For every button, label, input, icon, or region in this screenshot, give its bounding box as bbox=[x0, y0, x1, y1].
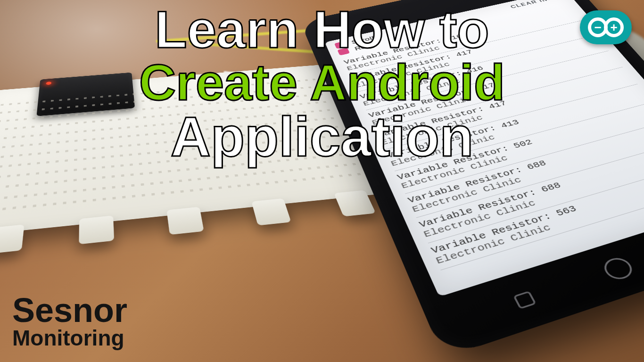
arduino-plus-icon: + bbox=[604, 17, 624, 37]
corner-caption: Sesnor Monitoring bbox=[12, 293, 127, 349]
phone-screen: Scroll CLEAR INPUT Read Variable Resisto… bbox=[325, 0, 644, 297]
thumbnail-scene: Scroll CLEAR INPUT Read Variable Resisto… bbox=[0, 0, 644, 362]
recent-apps-button[interactable] bbox=[513, 291, 537, 309]
corner-line1: Sesnor bbox=[12, 293, 127, 327]
corner-line2: Monitoring bbox=[12, 327, 127, 349]
home-button[interactable] bbox=[600, 255, 636, 282]
arduino-logo: − + bbox=[580, 10, 632, 44]
